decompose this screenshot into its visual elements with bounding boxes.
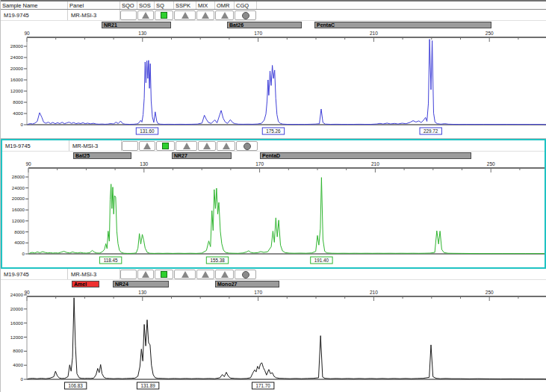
marker-bar-mono27[interactable]: Mono27 [215,281,279,287]
svg-text:131.60: 131.60 [140,128,155,134]
x-tick-label: 130 [140,161,148,167]
triangle-icon [142,12,149,19]
sample-panel-2-selected[interactable]: M19-9745 MR-MSI-3 Bat25NR27PentaD 901301… [1,139,546,269]
column-header-panel: Panel [68,1,120,9]
x-tick-label: 90 [24,290,30,295]
flag-sos-button[interactable] [139,141,155,151]
flag-mix-button[interactable] [196,10,214,20]
flag-cells [122,140,258,151]
panel-name: MR-MSI-3 [68,269,120,279]
y-tick-label: 0 [22,251,25,256]
flag-mix-button[interactable] [198,141,216,151]
x-tick-label: 250 [487,161,495,167]
flag-sqo-button[interactable] [120,10,137,20]
x-tick-label: 210 [371,161,379,167]
peak-size-label[interactable]: 175.26 [262,128,284,134]
flag-sspk-button[interactable] [174,10,196,20]
circle-icon [243,143,251,150]
peak-size-label[interactable]: 131.60 [136,128,158,134]
triangle-icon [203,143,211,149]
x-tick-label: 130 [138,290,146,295]
column-header-cgq: CGQ [235,1,257,9]
triangle-icon [202,271,209,278]
panels-container: M19-9745 MR-MSI-3 NR21Bat26PentaC 901301… [1,10,546,392]
flag-cells [120,10,257,20]
marker-row: AmelNR24Mono27 [1,280,546,289]
flag-omr-button[interactable] [215,10,234,20]
flag-mix-button[interactable] [196,270,214,279]
flag-sspk-button[interactable] [174,270,196,279]
peak-size-label[interactable]: 106.83 [64,382,86,389]
sample-name[interactable]: M19-9745 [1,269,68,279]
flag-cgq-button[interactable] [235,270,256,279]
y-tick-label: 16000 [10,320,24,326]
y-tick-label: 20000 [10,306,24,311]
electropherogram-trace [28,298,546,379]
flag-sos-button[interactable] [137,270,154,279]
flag-cgq-button[interactable] [236,141,258,151]
svg-text:131.89: 131.89 [140,383,155,388]
y-tick-label: 24000 [10,55,24,60]
electropherogram[interactable]: 9013017021025004000800012000160002000024… [2,161,545,267]
triangle-icon [182,12,189,19]
peak-size-label[interactable]: 191.40 [311,257,332,264]
x-tick-label: 210 [370,290,378,295]
triangle-icon [182,271,189,278]
marker-bar-nr24[interactable]: NR24 [113,281,169,287]
sample-name[interactable]: M19-9745 [2,140,69,151]
trace-svg[interactable]: 9013017021025004000800012000160002000024… [2,161,546,267]
svg-text:229.72: 229.72 [424,128,438,134]
triangle-icon [143,143,151,149]
marker-bar-pentad[interactable]: PentaD [260,152,471,159]
electropherogram[interactable]: 9013017021025004000800012000160002000024… [1,289,546,392]
x-tick-label: 250 [485,31,494,36]
sample-panel-3[interactable]: M19-9745 MR-MSI-3 AmelNR24Mono27 9013017… [1,269,546,392]
y-tick-label: 4000 [13,362,23,367]
peak-size-label[interactable]: 229.72 [420,128,441,134]
flag-omr-button[interactable] [215,270,234,279]
column-header-row: Sample Name Panel SQOSOSSQSSPKMIXOMRCGQ [1,0,546,10]
y-tick-label: 4000 [14,240,25,245]
green-square-icon [161,12,167,19]
circle-icon [242,271,249,279]
green-square-icon [161,271,167,278]
flag-sq-button[interactable] [155,270,173,279]
flag-sqo-button[interactable] [122,141,138,151]
marker-bar-bat25[interactable]: Bat25 [73,152,131,159]
flag-sos-button[interactable] [137,10,154,20]
y-tick-label: 0 [21,376,24,382]
svg-text:155.38: 155.38 [210,258,225,263]
peak-size-label[interactable]: 155.38 [206,257,228,264]
marker-bar-pentac[interactable]: PentaC [314,22,491,28]
x-tick-label: 250 [485,290,494,295]
trace-svg[interactable]: 9013017021025004000800012000160002000024… [1,30,546,138]
flag-cgq-button[interactable] [235,10,256,20]
circle-icon [242,12,249,19]
svg-text:118.45: 118.45 [104,258,118,263]
trace-svg[interactable]: 9013017021025004000800012000160002000024… [1,289,546,392]
marker-bar-nr21[interactable]: NR21 [102,22,171,28]
svg-text:175.26: 175.26 [266,128,281,134]
electropherogram[interactable]: 9013017021025004000800012000160002000024… [1,30,546,138]
peak-size-label[interactable]: 171.70 [252,382,273,389]
electropherogram-trace [28,40,546,125]
sample-panel-1[interactable]: M19-9745 MR-MSI-3 NR21Bat26PentaC 901301… [1,10,546,139]
flag-omr-button[interactable] [217,141,235,151]
x-tick-label: 90 [24,31,30,36]
peak-size-label[interactable]: 118.45 [99,257,121,264]
flag-sqo-button[interactable] [120,270,137,279]
flag-cells [120,269,257,279]
flag-sq-button[interactable] [155,10,173,20]
genotyping-app-window: Sample Name Panel SQOSOSSQSSPKMIXOMRCGQ … [0,0,546,392]
marker-bar-nr27[interactable]: NR27 [172,152,232,159]
marker-bar-bat26[interactable]: Bat26 [227,22,302,28]
peak-size-label[interactable]: 131.89 [137,382,158,389]
flag-sq-button[interactable] [156,141,175,151]
column-header-sqo: SQO [120,1,137,9]
marker-bar-amel[interactable]: Amel [72,281,99,287]
flag-sspk-button[interactable] [176,141,197,151]
electropherogram-trace [29,178,546,254]
y-tick-label: 8000 [14,229,25,234]
triangle-icon [221,271,229,278]
sample-name[interactable]: M19-9745 [1,10,68,20]
